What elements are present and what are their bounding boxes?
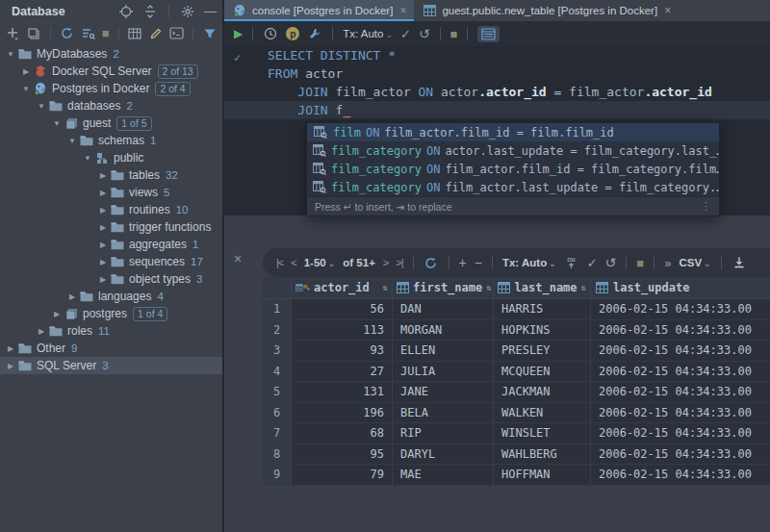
tree-item-trigger-functions[interactable]: ▶trigger functions — [0, 218, 222, 236]
row-number[interactable]: 7 — [263, 423, 292, 443]
tx-mode-dropdown[interactable]: Tx: Auto⌄ — [502, 257, 556, 268]
tree-item-object-types[interactable]: ▶object types3 — [0, 270, 222, 288]
completion-item-film[interactable]: filmONfilm_actor.film_id = film.film_id — [307, 123, 719, 141]
refresh-icon[interactable] — [60, 26, 74, 41]
chevron-expanded-icon[interactable]: ▼ — [4, 50, 17, 59]
row-number-header[interactable] — [263, 277, 292, 298]
chevron-expanded-icon[interactable]: ▼ — [50, 119, 64, 128]
completion-item-film-category[interactable]: film_categoryONfilm_actor.last_update = … — [307, 178, 719, 196]
chevron-expanded-icon[interactable]: ▼ — [35, 102, 48, 111]
more-icon[interactable]: ⋮ — [701, 200, 711, 213]
table-view-icon[interactable] — [128, 26, 142, 41]
close-icon[interactable]: × — [399, 4, 406, 17]
tx-mode-dropdown[interactable]: Tx: Auto⌄ — [343, 28, 393, 39]
tree-item-guest[interactable]: ▼guest1 of 5 — [0, 114, 222, 132]
tree-item-sql-server[interactable]: ▶SQL Server3 — [0, 357, 222, 374]
stop-icon[interactable]: ■ — [102, 27, 110, 39]
cell-last-update[interactable]: 2006-02-15 04:34:33.00 — [591, 403, 770, 423]
cell-last-name[interactable]: WAHLBERG — [494, 444, 591, 465]
cell-actor-id[interactable]: 196 — [292, 403, 393, 423]
chevron-collapsed-icon[interactable]: ▶ — [4, 362, 17, 370]
locate-icon[interactable] — [118, 4, 134, 19]
in-editor-results-icon[interactable] — [477, 26, 500, 42]
session-badge[interactable]: p — [286, 27, 299, 40]
more-actions-icon[interactable]: » — [664, 257, 671, 269]
commit-check-icon[interactable]: ✓ — [400, 28, 411, 40]
tree-item-mydatabases[interactable]: ▼MyDatabases2 — [0, 45, 222, 63]
page-range-dropdown[interactable]: 1-50⌄ — [304, 257, 336, 268]
chevron-collapsed-icon[interactable]: ▶ — [65, 292, 79, 301]
gear-icon[interactable] — [180, 4, 195, 19]
cell-last-update[interactable]: 2006-02-15 04:34:33.00 — [591, 465, 770, 485]
stop-icon[interactable]: ■ — [636, 257, 644, 269]
column-header-first-name[interactable]: first_name⇅ — [393, 277, 494, 298]
tree-item-languages[interactable]: ▶languages4 — [0, 288, 222, 305]
cell-last-update[interactable]: 2006-02-15 04:34:33.00 — [591, 362, 770, 382]
tree-item-schemas[interactable]: ▼schemas1 — [0, 132, 222, 149]
chevron-collapsed-icon[interactable]: ▶ — [96, 171, 110, 180]
prev-page-button[interactable]: < — [291, 257, 295, 268]
row-number[interactable]: 1 — [263, 299, 292, 319]
add-data-source-icon[interactable] — [6, 26, 20, 41]
hide-panel-icon[interactable]: — — [204, 5, 217, 17]
stop-icon[interactable]: ■ — [450, 28, 458, 40]
column-header-last-update[interactable]: last_update — [591, 277, 770, 298]
tree-item-other[interactable]: ▶Other9 — [0, 340, 222, 357]
cell-last-update[interactable]: 2006-02-15 04:34:33.00 — [591, 341, 770, 361]
tab-console[interactable]: console [Postgres in Docker] × — [224, 0, 414, 21]
cell-actor-id[interactable]: 131 — [292, 382, 393, 402]
cell-last-update[interactable]: 2006-02-15 04:34:33.00 — [591, 299, 770, 319]
cell-first-name[interactable]: JULIA — [393, 362, 494, 382]
code-line[interactable]: FROM actor — [224, 64, 770, 83]
code-line[interactable]: JOIN f_ — [224, 101, 770, 119]
tree-item-tables[interactable]: ▶tables32 — [0, 166, 222, 184]
chevron-collapsed-icon[interactable]: ▶ — [96, 241, 110, 249]
add-row-icon[interactable]: + — [459, 256, 467, 269]
reload-data-icon[interactable] — [424, 255, 439, 270]
chevron-collapsed-icon[interactable]: ▶ — [96, 275, 110, 284]
cell-actor-id[interactable]: 68 — [292, 423, 393, 443]
cell-first-name[interactable]: ELLEN — [393, 341, 494, 361]
cell-last-name[interactable]: WALKEN — [494, 403, 591, 423]
sort-icon[interactable]: ⇅ — [486, 277, 491, 298]
row-number[interactable]: 6 — [263, 403, 292, 423]
close-results-icon[interactable]: × — [234, 251, 242, 266]
code-line[interactable]: JOIN film_actor ON actor.actor_id = film… — [224, 83, 770, 101]
tree-item-roles[interactable]: ▶roles11 — [0, 322, 222, 340]
last-page-button[interactable]: >| — [396, 257, 402, 268]
column-header-last-name[interactable]: last_name⇅ — [494, 277, 591, 298]
cell-last-name[interactable]: PRESLEY — [494, 341, 591, 361]
tree-item-views[interactable]: ▶views5 — [0, 184, 222, 201]
tab-new-table[interactable]: guest.public.new_table [Postgres in Dock… — [414, 0, 679, 21]
data-source-properties-icon[interactable] — [81, 26, 95, 41]
chevron-collapsed-icon[interactable]: ▶ — [50, 310, 64, 318]
chevron-collapsed-icon[interactable]: ▶ — [96, 189, 110, 197]
sort-icon[interactable]: ⇅ — [581, 277, 586, 298]
chevron-collapsed-icon[interactable]: ▶ — [19, 67, 33, 76]
tree-item-postgres[interactable]: ▶postgres1 of 4 — [0, 305, 222, 322]
cell-first-name[interactable]: JANE — [393, 382, 494, 402]
chevron-expanded-icon[interactable]: ▼ — [19, 85, 33, 93]
tree-item-databases[interactable]: ▼databases2 — [0, 97, 222, 114]
cell-first-name[interactable]: DARYL — [393, 444, 494, 465]
next-page-button[interactable]: > — [383, 257, 388, 268]
run-icon[interactable]: ▶ — [234, 28, 243, 39]
row-number[interactable]: 9 — [263, 465, 292, 485]
cell-actor-id[interactable]: 56 — [292, 299, 393, 319]
row-number[interactable]: 2 — [263, 320, 292, 341]
commit-check-icon[interactable]: ✓ — [587, 257, 598, 269]
rollback-icon[interactable]: ↺ — [605, 256, 617, 269]
code-line[interactable]: ✓SELECT DISTINCT * — [224, 46, 770, 64]
cell-first-name[interactable]: DAN — [393, 299, 494, 319]
row-number[interactable]: 3 — [263, 341, 292, 361]
cell-last-update[interactable]: 2006-02-15 04:34:33.00 — [591, 423, 770, 443]
cell-actor-id[interactable]: 93 — [292, 341, 393, 361]
tree-item-docker-sql-server[interactable]: ▶Docker SQL Server2 of 13 — [0, 63, 222, 80]
export-format-dropdown[interactable]: CSV⌄ — [679, 257, 710, 268]
cell-last-name[interactable]: HOPKINS — [494, 320, 591, 341]
cell-actor-id[interactable]: 95 — [292, 444, 393, 465]
delete-row-icon[interactable]: − — [475, 256, 482, 269]
cell-first-name[interactable]: RIP — [393, 423, 494, 443]
chevron-collapsed-icon[interactable]: ▶ — [96, 206, 110, 215]
history-clock-icon[interactable] — [263, 26, 278, 41]
